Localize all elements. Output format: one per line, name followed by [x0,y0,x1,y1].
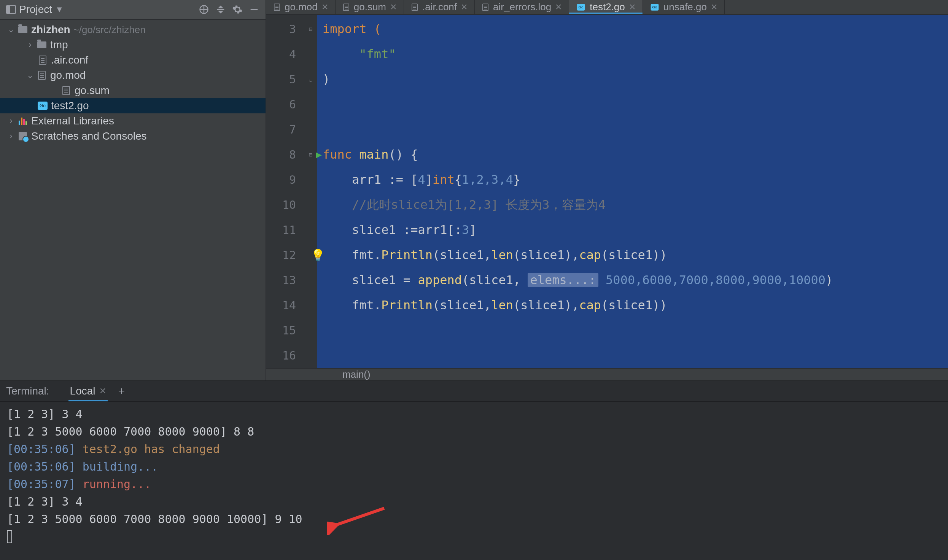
root-name: zhizhen [31,24,70,36]
gutter-line: 6 [266,92,304,117]
hide-panel-icon[interactable] [246,1,262,18]
close-icon[interactable]: ✕ [321,2,328,12]
fold-column: ⊟⌞⊟ [304,15,317,368]
chevron-down-icon: ▼ [55,5,64,14]
tree-item-gomod[interactable]: ⌄ go.mod [0,68,266,83]
gutter-line: 4 [266,41,304,67]
tree-item-airconf[interactable]: .air.conf [0,52,266,68]
file-icon [38,71,46,80]
folder-icon [37,41,46,48]
tree-item-test2[interactable]: Go test2.go [0,98,266,113]
tab-air-errors[interactable]: air_errors.log✕ [475,0,569,14]
line-gutter: 345678▶9101112💡13141516 [266,15,304,368]
project-sidebar: Project ▼ ⌄ zhizhen ~/go/src/zhizhen › [0,0,266,380]
gutter-line: 14 [266,293,304,318]
gutter-line: 12💡 [266,242,304,267]
settings-gear-icon[interactable] [229,1,246,18]
tree-scratches[interactable]: › Scratches and Consoles [0,129,266,144]
root-path: ~/go/src/zhizhen [73,24,146,36]
gutter-line: 3 [266,16,304,41]
expand-all-icon[interactable] [212,1,229,18]
file-icon [39,56,46,65]
select-opened-file-icon[interactable] [196,1,212,18]
scratches-icon [19,132,27,140]
gutter-line: 15 [266,318,304,343]
chevron-right-icon: › [8,116,14,126]
go-file-icon: Go [577,4,585,11]
gutter-line: 5 [266,67,304,92]
close-icon[interactable]: ✕ [461,2,468,12]
gutter-line: 10 [266,192,304,217]
editor-tabbar: go.mod✕ go.sum✕ .air.conf✕ air_errors.lo… [266,0,948,15]
tab-test2[interactable]: Gotest2.go✕ [569,0,643,14]
close-icon[interactable]: ✕ [390,2,397,12]
chevron-right-icon: › [8,131,14,141]
file-icon [62,86,70,95]
gutter-line: 13 [266,267,304,293]
close-icon[interactable]: ✕ [629,2,636,12]
project-tree: ⌄ zhizhen ~/go/src/zhizhen › tmp .air.co… [0,20,266,144]
file-icon [274,3,280,11]
intention-bulb-icon[interactable]: 💡 [311,248,325,262]
gutter-line: 8▶ [266,142,304,167]
svg-line-5 [335,508,384,525]
gutter-line: 11 [266,217,304,242]
terminal-output[interactable]: [1 2 3] 3 4 [1 2 3 5000 6000 7000 8000 9… [0,402,948,560]
run-gutter-icon[interactable]: ▶ [316,149,322,160]
close-icon[interactable]: ✕ [99,386,106,396]
file-icon [343,3,349,11]
go-file-icon: Go [38,102,48,110]
chevron-down-icon: ⌄ [8,25,14,35]
tab-go-mod[interactable]: go.mod✕ [266,0,336,14]
tab-air-conf[interactable]: .air.conf✕ [404,0,475,14]
project-title: Project [19,3,52,16]
annotation-arrow-icon [327,504,388,535]
project-panel-icon [6,5,16,14]
terminal-cursor [7,530,12,543]
gutter-line: 9 [266,167,304,192]
tab-go-sum[interactable]: go.sum✕ [336,0,404,14]
tree-item-tmp[interactable]: › tmp [0,37,266,52]
tree-item-gosum[interactable]: go.sum [0,83,266,98]
tree-external-libraries[interactable]: › External Libraries [0,113,266,129]
tab-unsafe[interactable]: Gounsafe.go✕ [643,0,725,14]
terminal-tab-local[interactable]: Local✕ [68,381,108,401]
gutter-line: 7 [266,117,304,142]
chevron-right-icon: › [27,40,33,50]
terminal-tabbar: Terminal: Local✕ + [0,381,948,402]
project-dropdown[interactable]: Project ▼ [3,2,67,17]
close-icon[interactable]: ✕ [555,2,562,12]
go-file-icon: Go [651,4,659,11]
file-icon [482,3,488,11]
code-content[interactable]: import ( "fmt" ) func main() { arr1 := [… [317,15,948,368]
svg-rect-3 [217,9,224,10]
code-editor[interactable]: 345678▶9101112💡13141516 ⊟⌞⊟ import ( "fm… [266,15,948,368]
breadcrumb[interactable]: main() [266,368,948,380]
library-icon [19,117,27,125]
terminal-title: Terminal: [6,385,49,397]
terminal-panel: Terminal: Local✕ + [1 2 3] 3 4 [1 2 3 50… [0,380,948,560]
folder-icon [18,26,27,33]
sidebar-header: Project ▼ [0,0,266,20]
chevron-down-icon: ⌄ [27,70,33,80]
close-icon[interactable]: ✕ [711,2,717,12]
add-terminal-button[interactable]: + [115,385,128,398]
file-icon [412,3,418,11]
tree-root[interactable]: ⌄ zhizhen ~/go/src/zhizhen [0,22,266,37]
editor-area: go.mod✕ go.sum✕ .air.conf✕ air_errors.lo… [266,0,948,380]
gutter-line: 16 [266,343,304,368]
